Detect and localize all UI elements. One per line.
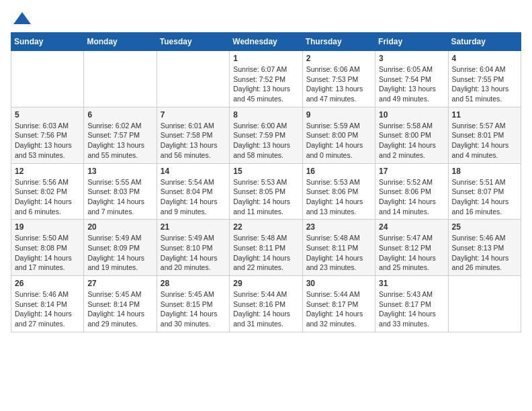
day-number: 13 xyxy=(87,167,152,176)
day-number: 18 xyxy=(452,167,517,176)
day-number: 27 xyxy=(87,279,152,288)
calendar-cell: 4Sunrise: 6:04 AMSunset: 7:55 PMDaylight… xyxy=(448,51,521,107)
day-number: 3 xyxy=(379,54,444,63)
calendar-week-row: 12Sunrise: 5:56 AMSunset: 8:02 PMDayligh… xyxy=(11,163,521,220)
calendar-cell xyxy=(157,51,229,107)
calendar-cell: 20Sunrise: 5:49 AMSunset: 8:09 PMDayligh… xyxy=(84,220,157,276)
calendar-week-row: 19Sunrise: 5:50 AMSunset: 8:08 PMDayligh… xyxy=(11,220,521,276)
day-info: Sunrise: 5:57 AMSunset: 8:01 PMDaylight:… xyxy=(452,121,517,161)
day-info: Sunrise: 5:51 AMSunset: 8:07 PMDaylight:… xyxy=(452,177,517,217)
day-number: 10 xyxy=(379,110,444,120)
calendar-week-row: 5Sunrise: 6:03 AMSunset: 7:56 PMDaylight… xyxy=(11,107,521,163)
day-info: Sunrise: 5:53 AMSunset: 8:06 PMDaylight:… xyxy=(306,177,371,217)
calendar-cell: 11Sunrise: 5:57 AMSunset: 8:01 PMDayligh… xyxy=(448,107,521,163)
calendar-cell: 13Sunrise: 5:55 AMSunset: 8:03 PMDayligh… xyxy=(84,163,157,220)
day-info: Sunrise: 6:05 AMSunset: 7:54 PMDaylight:… xyxy=(379,64,444,104)
day-info: Sunrise: 5:49 AMSunset: 8:09 PMDaylight:… xyxy=(87,233,152,273)
day-info: Sunrise: 5:55 AMSunset: 8:03 PMDaylight:… xyxy=(87,177,152,217)
svg-marker-0 xyxy=(13,12,31,24)
calendar-header-monday: Monday xyxy=(84,33,157,51)
day-info: Sunrise: 6:03 AMSunset: 7:56 PMDaylight:… xyxy=(15,121,80,161)
day-info: Sunrise: 5:44 AMSunset: 8:17 PMDaylight:… xyxy=(306,289,371,329)
calendar-cell: 7Sunrise: 6:01 AMSunset: 7:58 PMDaylight… xyxy=(157,107,229,163)
calendar-cell: 23Sunrise: 5:48 AMSunset: 8:11 PMDayligh… xyxy=(302,220,375,276)
calendar-table: SundayMondayTuesdayWednesdayThursdayFrid… xyxy=(11,32,521,332)
calendar-cell: 28Sunrise: 5:45 AMSunset: 8:15 PMDayligh… xyxy=(157,276,229,332)
day-info: Sunrise: 5:48 AMSunset: 8:11 PMDaylight:… xyxy=(233,233,298,273)
calendar-cell: 10Sunrise: 5:58 AMSunset: 8:00 PMDayligh… xyxy=(375,107,448,163)
calendar-week-row: 1Sunrise: 6:07 AMSunset: 7:52 PMDaylight… xyxy=(11,51,521,107)
day-info: Sunrise: 5:43 AMSunset: 8:17 PMDaylight:… xyxy=(379,289,444,329)
day-number: 2 xyxy=(306,54,371,63)
calendar-cell: 19Sunrise: 5:50 AMSunset: 8:08 PMDayligh… xyxy=(11,220,84,276)
day-number: 24 xyxy=(379,222,444,232)
calendar-cell: 29Sunrise: 5:44 AMSunset: 8:16 PMDayligh… xyxy=(230,276,302,332)
calendar-cell: 21Sunrise: 5:49 AMSunset: 8:10 PMDayligh… xyxy=(157,220,229,276)
calendar-header-row: SundayMondayTuesdayWednesdayThursdayFrid… xyxy=(11,33,521,51)
calendar-cell: 9Sunrise: 5:59 AMSunset: 8:00 PMDaylight… xyxy=(302,107,375,163)
calendar-cell: 18Sunrise: 5:51 AMSunset: 8:07 PMDayligh… xyxy=(448,163,521,220)
calendar-cell: 6Sunrise: 6:02 AMSunset: 7:57 PMDaylight… xyxy=(84,107,157,163)
day-number: 26 xyxy=(15,279,80,288)
calendar-cell: 5Sunrise: 6:03 AMSunset: 7:56 PMDaylight… xyxy=(11,107,84,163)
day-number: 30 xyxy=(306,279,371,288)
calendar-cell: 8Sunrise: 6:00 AMSunset: 7:59 PMDaylight… xyxy=(230,107,302,163)
day-number: 25 xyxy=(452,222,517,232)
day-info: Sunrise: 5:48 AMSunset: 8:11 PMDaylight:… xyxy=(306,233,371,273)
day-number: 1 xyxy=(233,54,298,63)
day-number: 14 xyxy=(161,167,226,176)
calendar-cell: 1Sunrise: 6:07 AMSunset: 7:52 PMDaylight… xyxy=(230,51,302,107)
calendar-cell: 2Sunrise: 6:06 AMSunset: 7:53 PMDaylight… xyxy=(302,51,375,107)
day-info: Sunrise: 5:49 AMSunset: 8:10 PMDaylight:… xyxy=(161,233,226,273)
calendar-header-saturday: Saturday xyxy=(448,33,521,51)
calendar-cell: 30Sunrise: 5:44 AMSunset: 8:17 PMDayligh… xyxy=(302,276,375,332)
day-number: 8 xyxy=(233,110,298,120)
calendar-header-sunday: Sunday xyxy=(11,33,84,51)
calendar-cell: 15Sunrise: 5:53 AMSunset: 8:05 PMDayligh… xyxy=(230,163,302,220)
calendar-cell xyxy=(84,51,157,107)
calendar-cell: 24Sunrise: 5:47 AMSunset: 8:12 PMDayligh… xyxy=(375,220,448,276)
logo-icon xyxy=(12,11,32,27)
day-info: Sunrise: 5:44 AMSunset: 8:16 PMDaylight:… xyxy=(233,289,298,329)
day-number: 11 xyxy=(452,110,517,120)
calendar-cell: 26Sunrise: 5:46 AMSunset: 8:14 PMDayligh… xyxy=(11,276,84,332)
day-info: Sunrise: 6:04 AMSunset: 7:55 PMDaylight:… xyxy=(452,64,517,104)
day-info: Sunrise: 5:56 AMSunset: 8:02 PMDaylight:… xyxy=(15,177,80,217)
day-number: 5 xyxy=(15,110,80,120)
calendar-header-tuesday: Tuesday xyxy=(157,33,229,51)
day-info: Sunrise: 6:07 AMSunset: 7:52 PMDaylight:… xyxy=(233,64,298,104)
calendar-cell: 3Sunrise: 6:05 AMSunset: 7:54 PMDaylight… xyxy=(375,51,448,107)
day-info: Sunrise: 5:46 AMSunset: 8:14 PMDaylight:… xyxy=(15,289,80,329)
day-info: Sunrise: 5:59 AMSunset: 8:00 PMDaylight:… xyxy=(306,121,371,161)
day-info: Sunrise: 6:02 AMSunset: 7:57 PMDaylight:… xyxy=(87,121,152,161)
day-info: Sunrise: 5:50 AMSunset: 8:08 PMDaylight:… xyxy=(15,233,80,273)
day-info: Sunrise: 5:58 AMSunset: 8:00 PMDaylight:… xyxy=(379,121,444,161)
day-info: Sunrise: 5:53 AMSunset: 8:05 PMDaylight:… xyxy=(233,177,298,217)
logo xyxy=(11,11,34,24)
day-info: Sunrise: 6:01 AMSunset: 7:58 PMDaylight:… xyxy=(161,121,226,161)
calendar-header-thursday: Thursday xyxy=(302,33,375,51)
calendar-cell: 16Sunrise: 5:53 AMSunset: 8:06 PMDayligh… xyxy=(302,163,375,220)
day-number: 20 xyxy=(87,222,152,232)
day-number: 23 xyxy=(306,222,371,232)
calendar-cell: 31Sunrise: 5:43 AMSunset: 8:17 PMDayligh… xyxy=(375,276,448,332)
day-info: Sunrise: 5:47 AMSunset: 8:12 PMDaylight:… xyxy=(379,233,444,273)
day-info: Sunrise: 6:06 AMSunset: 7:53 PMDaylight:… xyxy=(306,64,371,104)
day-number: 4 xyxy=(452,54,517,63)
day-number: 22 xyxy=(233,222,298,232)
day-number: 6 xyxy=(87,110,152,120)
day-info: Sunrise: 5:54 AMSunset: 8:04 PMDaylight:… xyxy=(161,177,226,217)
day-number: 9 xyxy=(306,110,371,120)
day-number: 28 xyxy=(161,279,226,288)
calendar-cell: 27Sunrise: 5:45 AMSunset: 8:14 PMDayligh… xyxy=(84,276,157,332)
calendar-header-wednesday: Wednesday xyxy=(230,33,302,51)
page-header xyxy=(11,11,521,24)
day-info: Sunrise: 6:00 AMSunset: 7:59 PMDaylight:… xyxy=(233,121,298,161)
calendar-cell: 22Sunrise: 5:48 AMSunset: 8:11 PMDayligh… xyxy=(230,220,302,276)
calendar-cell: 12Sunrise: 5:56 AMSunset: 8:02 PMDayligh… xyxy=(11,163,84,220)
day-number: 7 xyxy=(161,110,226,120)
day-number: 16 xyxy=(306,167,371,176)
day-number: 29 xyxy=(233,279,298,288)
day-info: Sunrise: 5:45 AMSunset: 8:15 PMDaylight:… xyxy=(161,289,226,329)
day-number: 15 xyxy=(233,167,298,176)
